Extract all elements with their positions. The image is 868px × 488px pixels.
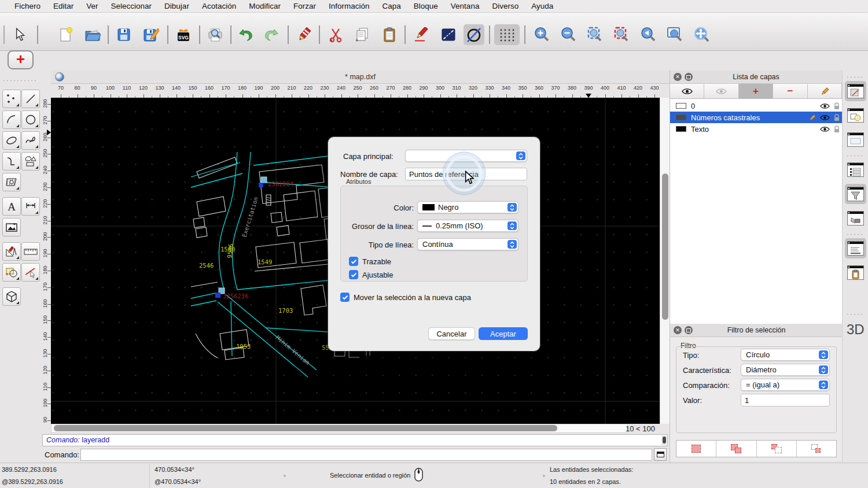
- shape-tool-button[interactable]: [21, 152, 40, 171]
- lineweight-popup[interactable]: 0.25mm (ISO): [417, 220, 518, 232]
- clipboard-window-button[interactable]: [845, 263, 866, 283]
- layer-row-0[interactable]: 0: [670, 100, 842, 112]
- filter-comparison-popup[interactable]: = (igual a): [741, 379, 830, 391]
- 3d-mode-label[interactable]: 3D: [847, 321, 865, 338]
- arc-tool-button[interactable]: [2, 110, 21, 129]
- print-preview-button[interactable]: [205, 24, 226, 45]
- block-list-window-button[interactable]: [845, 105, 866, 125]
- menu-acotacion[interactable]: Acotación: [196, 0, 242, 13]
- layer-row-texto[interactable]: Texto: [670, 123, 842, 135]
- line-tool-button[interactable]: [21, 90, 40, 108]
- filter-characteristic-popup[interactable]: Diámetro: [741, 364, 830, 376]
- filter-type-popup[interactable]: Círculo: [741, 349, 830, 361]
- ellipse-tool-button[interactable]: [2, 131, 21, 150]
- show-all-layers-button[interactable]: [670, 84, 704, 98]
- menu-capa[interactable]: Capa: [376, 0, 407, 13]
- menu-editar[interactable]: Editar: [47, 0, 80, 13]
- layer-row-numeros-catastrales[interactable]: Números catastrales: [670, 112, 842, 123]
- measure-tool-button[interactable]: [21, 242, 40, 261]
- layer-name-input[interactable]: [405, 168, 527, 180]
- redo-button[interactable]: [262, 24, 282, 45]
- undo-button[interactable]: [235, 24, 256, 45]
- document-titlebar[interactable]: * map.dxf: [51, 71, 670, 84]
- viewport-window-button[interactable]: [845, 208, 866, 228]
- menu-dibujar[interactable]: Dibujar: [158, 0, 196, 13]
- paste-button[interactable]: [379, 24, 400, 45]
- zoom-window-button[interactable]: [664, 24, 685, 45]
- snap-tool-button[interactable]: [21, 263, 40, 282]
- linetype-popup[interactable]: Contínua: [417, 238, 518, 250]
- hatch-tool-button[interactable]: [2, 173, 21, 191]
- dimension-tool-button[interactable]: [21, 197, 40, 216]
- command-history-scrollbar[interactable]: [661, 435, 667, 445]
- polyline-tool-button[interactable]: [2, 152, 21, 171]
- zoom-auto-button[interactable]: [584, 24, 605, 45]
- menu-ventana[interactable]: Ventana: [444, 0, 486, 13]
- layer-visibility-eye-icon[interactable]: [820, 114, 830, 121]
- copy-button[interactable]: +: [352, 24, 373, 45]
- points-tool-button[interactable]: [2, 90, 21, 108]
- menu-modificar[interactable]: Modificar: [242, 0, 287, 13]
- selection-filter-window-button[interactable]: [845, 184, 866, 204]
- parent-layer-popup[interactable]: [405, 150, 527, 162]
- draw-pen-button[interactable]: [411, 24, 432, 45]
- distance-tool-button[interactable]: [438, 24, 459, 45]
- text-tool-button[interactable]: A: [2, 197, 21, 216]
- filter-value-input[interactable]: [741, 394, 830, 406]
- accept-button[interactable]: Aceptar: [479, 327, 528, 340]
- layer-lock-icon[interactable]: [834, 125, 840, 133]
- menu-forzar[interactable]: Forzar: [287, 0, 322, 13]
- grid-toggle-button[interactable]: [494, 24, 520, 45]
- trazable-checkbox[interactable]: [349, 257, 358, 266]
- layer-lock-icon[interactable]: [834, 114, 840, 121]
- command-window-toggle-button[interactable]: [654, 448, 667, 461]
- command-line-window-button[interactable]: [845, 238, 866, 258]
- menu-ayuda[interactable]: Ayuda: [525, 0, 560, 13]
- move-selection-checkbox[interactable]: [340, 293, 350, 302]
- zoom-selection-button[interactable]: [611, 24, 632, 45]
- library-browser-window-button[interactable]: [845, 130, 866, 150]
- v-scroll-thumb[interactable]: [662, 173, 668, 320]
- filter-intersect-selection-button[interactable]: [797, 441, 836, 457]
- filter-add-to-selection-button[interactable]: [716, 441, 756, 457]
- svg-export-button[interactable]: SVG: [173, 24, 194, 45]
- pointer-tool-button[interactable]: [9, 24, 30, 45]
- spline-tool-button[interactable]: [21, 131, 40, 150]
- edit-layer-button[interactable]: [808, 84, 842, 98]
- command-input[interactable]: [80, 449, 652, 461]
- cancel-button[interactable]: Cancelar: [428, 327, 475, 340]
- image-tool-button[interactable]: [2, 218, 21, 236]
- menu-ver[interactable]: Ver: [80, 0, 104, 13]
- menu-seleccionar[interactable]: Seleccionar: [105, 0, 159, 13]
- solid-tool-button[interactable]: [2, 287, 21, 306]
- cut-button[interactable]: +: [325, 24, 346, 45]
- h-scroll-thumb[interactable]: [54, 425, 557, 431]
- property-list-window-button[interactable]: [845, 160, 866, 180]
- zoom-previous-button[interactable]: [638, 24, 659, 45]
- layer-visibility-eye-icon[interactable]: [820, 126, 830, 132]
- pan-button[interactable]: [691, 24, 712, 45]
- vertical-scrollbar[interactable]: [660, 98, 670, 424]
- menu-fichero[interactable]: Fichero: [8, 0, 47, 13]
- zoom-out-button[interactable]: [558, 24, 579, 45]
- remove-layer-button[interactable]: −: [773, 84, 807, 98]
- hide-all-layers-button[interactable]: [704, 84, 738, 98]
- ajustable-checkbox[interactable]: [349, 270, 358, 279]
- filter-remove-from-selection-button[interactable]: [757, 441, 797, 457]
- color-popup[interactable]: Negro: [417, 201, 518, 213]
- draw-extra-tool-button[interactable]: [2, 242, 21, 261]
- add-layer-button[interactable]: +: [739, 84, 773, 98]
- delete-button[interactable]: [294, 24, 315, 45]
- zoom-in-button[interactable]: [531, 24, 552, 45]
- save-as-button[interactable]: [141, 24, 161, 45]
- menu-diverso[interactable]: Diverso: [486, 0, 525, 13]
- horizontal-scrollbar[interactable]: 10 < 100: [51, 424, 660, 433]
- filter-select-all-button[interactable]: [676, 441, 716, 457]
- save-button[interactable]: [113, 24, 134, 45]
- circle-tool-button[interactable]: [21, 110, 40, 129]
- add-layer-action-button[interactable]: +: [8, 50, 34, 69]
- new-file-button[interactable]: [56, 24, 76, 45]
- layer-visibility-eye-icon[interactable]: [820, 103, 830, 109]
- restrict-off-button[interactable]: [464, 24, 484, 45]
- layer-lock-icon[interactable]: [834, 102, 840, 110]
